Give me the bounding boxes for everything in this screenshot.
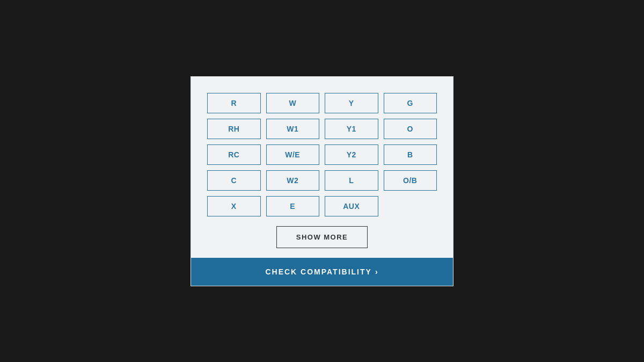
wire-btn-L[interactable]: L	[325, 170, 378, 191]
wire-row-3: CW2LO/B	[207, 170, 437, 191]
wire-btn-G[interactable]: G	[384, 93, 437, 113]
wire-btn-RC[interactable]: RC	[207, 144, 261, 165]
wire-btn-O-B[interactable]: O/B	[384, 170, 437, 191]
wire-btn-W-E[interactable]: W/E	[266, 144, 320, 165]
show-more-button[interactable]: SHOW MORE	[276, 226, 368, 248]
wire-btn-O[interactable]: O	[384, 119, 437, 139]
check-compat-label: CHECK COMPATIBILITY	[265, 267, 371, 276]
wire-row-1: RHW1Y1O	[207, 119, 437, 139]
wire-btn-W[interactable]: W	[266, 93, 320, 113]
wire-btn-B[interactable]: B	[384, 144, 437, 165]
wire-btn-W2[interactable]: W2	[266, 170, 320, 191]
check-compatibility-button[interactable]: CHECK COMPATIBILITY›	[191, 258, 453, 286]
wire-card: RWYGRHW1Y1ORCW/EY2BCW2LO/BXEAUX SHOW MOR…	[191, 76, 453, 286]
wire-cell-empty	[384, 196, 437, 216]
chevron-icon: ›	[375, 267, 379, 276]
wire-btn-E[interactable]: E	[266, 196, 320, 216]
wire-btn-Y[interactable]: Y	[325, 93, 378, 113]
show-more-row: SHOW MORE	[207, 226, 437, 248]
wire-row-4: XEAUX	[207, 196, 437, 216]
wire-btn-W1[interactable]: W1	[266, 119, 320, 139]
wire-btn-AUX[interactable]: AUX	[325, 196, 378, 216]
wire-row-0: RWYG	[207, 93, 437, 113]
wire-row-2: RCW/EY2B	[207, 144, 437, 165]
wire-btn-RH[interactable]: RH	[207, 119, 261, 139]
wire-btn-X[interactable]: X	[207, 196, 261, 216]
wire-btn-R[interactable]: R	[207, 93, 261, 113]
wire-btn-Y2[interactable]: Y2	[325, 144, 378, 165]
wire-grid: RWYGRHW1Y1ORCW/EY2BCW2LO/BXEAUX	[207, 93, 437, 216]
wire-btn-C[interactable]: C	[207, 170, 261, 191]
wire-btn-Y1[interactable]: Y1	[325, 119, 378, 139]
